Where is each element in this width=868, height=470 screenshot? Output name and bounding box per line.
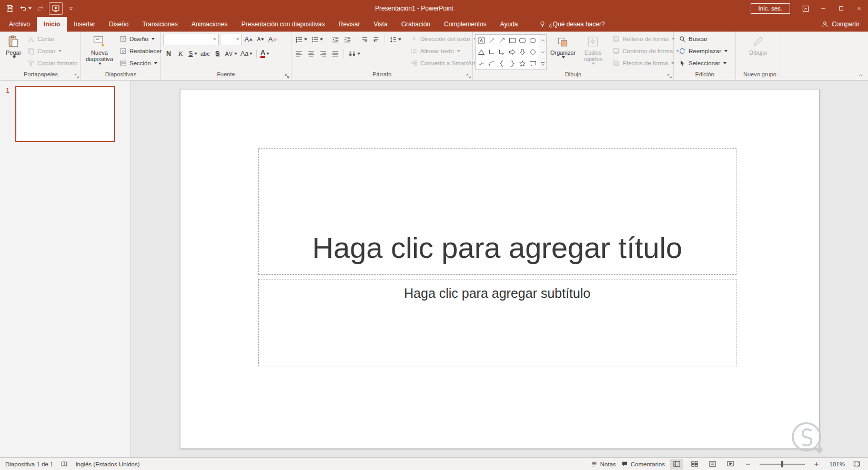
line-spacing-dropdown[interactable] [398,38,401,41]
shrink-font-button[interactable]: A [255,34,266,45]
tab-grabacion[interactable]: Grabación [395,17,437,32]
grow-font-button[interactable]: A [243,34,254,45]
new-slide-dropdown[interactable] [98,63,102,65]
layout-dropdown[interactable] [152,38,155,40]
undo-dropdown[interactable] [28,7,32,9]
tab-inicio[interactable]: Inicio [37,17,67,32]
increase-indent-button[interactable] [342,34,353,45]
redo-button[interactable] [34,2,47,15]
shape-elbow-arrow-connector[interactable] [497,47,507,57]
shape-elbow-connector[interactable] [487,47,497,57]
copy-button[interactable]: Copiar [25,45,79,57]
section-button[interactable]: Sección [117,57,164,69]
slide-editing-surface[interactable]: Haga clic para agregar título Haga clic … [180,89,820,449]
bullets-button[interactable] [294,34,308,45]
tab-vista[interactable]: Vista [367,17,394,32]
tell-me-box[interactable]: ¿Qué desea hacer? [539,17,605,32]
font-name-combobox[interactable] [163,34,219,45]
new-slide-button[interactable]: Nueva diapositiva [83,33,116,71]
font-size-dropdown[interactable] [236,38,239,41]
tab-complementos[interactable]: Complementos [437,17,493,32]
shape-fill-button[interactable]: Relleno de forma [610,33,681,45]
text-shadow-button[interactable]: S [212,48,223,59]
tab-insertar[interactable]: Insertar [67,17,102,32]
clear-formatting-button[interactable]: A [267,34,278,45]
italic-button[interactable]: K [175,48,186,59]
title-placeholder[interactable]: Haga clic para agregar título [258,148,736,275]
justify-button[interactable] [330,48,341,59]
reset-button[interactable]: Restablecer [117,45,164,57]
tab-transiciones[interactable]: Transiciones [135,17,185,32]
font-color-button[interactable]: A [259,48,270,59]
font-size-combobox[interactable] [220,34,242,45]
shape-right-arrow[interactable] [508,47,517,57]
columns-dropdown[interactable] [357,53,360,55]
tab-animaciones[interactable]: Animaciones [185,17,235,32]
shape-arrow[interactable] [497,36,507,45]
format-painter-button[interactable]: Copiar formato [25,57,79,69]
select-dropdown[interactable] [723,62,726,64]
decrease-indent-button[interactable] [330,34,341,45]
shape-line[interactable] [487,36,497,45]
strikethrough-button[interactable]: abc [199,48,211,59]
shape-outline-button[interactable]: Contorno de forma [610,45,681,57]
customize-qat-button[interactable] [64,2,78,15]
paste-dropdown[interactable] [13,56,16,58]
shape-rounded-rectangle[interactable] [518,36,527,45]
proofing-button[interactable] [60,461,68,468]
change-case-dropdown[interactable] [249,53,253,55]
shapes-scroll-down-button[interactable] [539,46,546,58]
paragraph-dialog-launcher[interactable] [466,74,471,79]
language-indicator[interactable]: Inglés (Estados Unidos) [75,461,139,467]
quick-styles-dropdown[interactable] [592,63,595,65]
replace-button[interactable]: Reemplazar [676,45,730,57]
zoom-slider[interactable] [760,464,805,465]
find-button[interactable]: Buscar [676,33,730,45]
slideshow-view-button[interactable] [724,459,736,469]
shape-down-arrow[interactable] [518,47,527,57]
underline-button[interactable]: S [187,48,198,59]
zoom-in-button[interactable] [810,459,823,469]
undo-button[interactable] [18,2,32,15]
shape-text-box[interactable] [477,36,486,45]
close-button[interactable] [850,0,868,17]
shape-right-brace[interactable] [508,59,517,68]
columns-button[interactable] [347,48,361,59]
font-color-dropdown[interactable] [266,53,269,55]
underline-dropdown[interactable] [194,53,197,55]
maximize-button[interactable] [832,0,850,17]
slide-sorter-view-button[interactable] [688,459,701,469]
change-case-button[interactable]: Aa [239,48,254,59]
bold-button[interactable]: N [163,48,174,59]
align-center-button[interactable] [306,48,317,59]
shape-diamond[interactable] [528,47,538,57]
character-spacing-button[interactable]: AV [224,48,238,59]
zoom-level[interactable]: 101% [828,461,845,467]
reading-view-button[interactable] [706,459,719,469]
collapse-ribbon-button[interactable] [857,73,864,78]
shapes-more-button[interactable] [539,58,546,69]
comments-button[interactable]: Comentarios [621,461,665,467]
shape-triangle[interactable] [477,47,486,57]
draw-button[interactable]: Dibujar [746,33,770,71]
ribbon-display-options-button[interactable] [796,0,814,17]
subtitle-placeholder[interactable]: Haga clic para agregar subtítulo [258,279,736,366]
align-left-button[interactable] [294,48,305,59]
slide-canvas[interactable]: Haga clic para agregar título Haga clic … [131,81,868,457]
section-dropdown[interactable] [154,62,157,64]
tab-presentacion[interactable]: Presentación con diapositivas [235,17,332,32]
line-spacing-button[interactable] [388,34,402,45]
share-button[interactable]: Compartir [813,17,868,32]
shape-left-brace[interactable] [497,59,507,68]
bullets-dropdown[interactable] [304,38,307,41]
paste-button[interactable]: Pegar [3,33,24,71]
left-to-right-button[interactable] [359,34,370,45]
copy-dropdown[interactable] [58,50,62,52]
shape-freeform[interactable] [477,59,486,68]
notes-button[interactable]: Notas [591,461,616,467]
arrange-button[interactable]: Organizar [548,33,578,71]
minimize-button[interactable] [814,0,832,17]
shape-rectangle[interactable] [508,36,517,45]
sign-in-button[interactable]: Inic. ses. [751,3,790,14]
character-spacing-dropdown[interactable] [234,53,237,55]
